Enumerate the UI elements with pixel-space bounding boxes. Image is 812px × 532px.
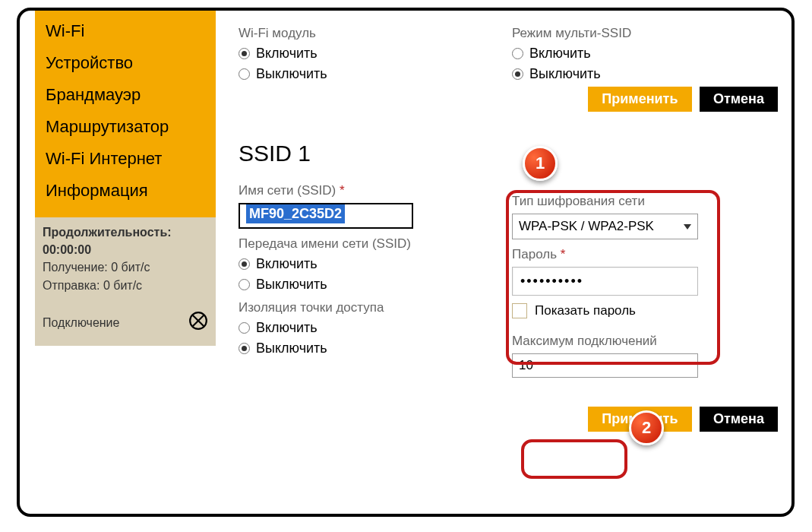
max-conn-input[interactable]: 10 — [512, 353, 698, 378]
encryption-select[interactable]: WPA-PSK / WPA2-PSK — [512, 214, 698, 239]
ssid-heading: SSID 1 — [239, 141, 778, 166]
ssid-name-label: Имя сети (SSID) * — [239, 183, 504, 198]
sidebar: Wi-Fi Устройство Брандмауэр Маршрутизато… — [35, 11, 216, 346]
step-badge-2: 2 — [629, 410, 664, 445]
tx-value: Отправка: 0 бит/с — [43, 277, 208, 294]
chevron-down-icon — [684, 224, 691, 230]
checkbox-icon — [512, 303, 527, 318]
broadcast-disable[interactable]: Выключить — [239, 277, 504, 293]
ssid-name-input[interactable]: MF90_2C35D2 — [239, 203, 413, 229]
apply-button-top[interactable]: Применить — [588, 87, 691, 112]
wifi-module-disable[interactable]: Выключить — [239, 66, 504, 82]
isolation-disable[interactable]: Выключить — [239, 340, 504, 356]
status-panel: Продолжительность: 00:00:00 Получение: 0… — [35, 217, 216, 346]
radio-icon — [239, 68, 250, 80]
connection-label: Подключение — [43, 314, 119, 331]
encryption-label: Тип шифрования сети — [512, 194, 778, 209]
radio-icon — [512, 48, 523, 59]
radio-icon — [239, 343, 250, 354]
duration-value: 00:00:00 — [43, 241, 208, 258]
isolation-label: Изоляция точки доступа — [239, 300, 504, 315]
cancel-button-top[interactable]: Отмена — [700, 87, 778, 112]
wifi-module-enable[interactable]: Включить — [239, 46, 504, 62]
show-password-toggle[interactable]: Показать пароль — [512, 303, 778, 318]
nav-item-router[interactable]: Маршрутизатор — [35, 111, 216, 143]
disconnected-icon — [188, 311, 208, 335]
step-badge-1: 1 — [523, 146, 558, 181]
wifi-module-label: Wi-Fi модуль — [239, 26, 504, 41]
duration-label: Продолжительность: — [43, 223, 208, 241]
radio-icon — [239, 279, 250, 290]
broadcast-label: Передача имени сети (SSID) — [239, 236, 504, 252]
broadcast-enable[interactable]: Включить — [239, 256, 504, 272]
multi-ssid-label: Режим мульти-SSID — [512, 26, 778, 41]
nav-menu: Wi-Fi Устройство Брандмауэр Маршрутизато… — [35, 11, 216, 217]
password-label: Пароль * — [512, 247, 778, 262]
main-content: Wi-Fi модуль Включить Выключить Режим му… — [239, 18, 778, 432]
multi-ssid-disable[interactable]: Выключить — [512, 66, 778, 82]
app-frame: Wi-Fi Устройство Брандмауэр Маршрутизато… — [17, 8, 795, 517]
cancel-button-bottom[interactable]: Отмена — [700, 407, 778, 432]
max-conn-label: Максимум подключений — [512, 334, 778, 349]
multi-ssid-enable[interactable]: Включить — [512, 46, 778, 62]
nav-item-wifi[interactable]: Wi-Fi — [35, 15, 216, 47]
radio-icon — [239, 322, 250, 334]
rx-value: Получение: 0 бит/с — [43, 258, 208, 276]
nav-item-info[interactable]: Информация — [35, 175, 216, 207]
radio-icon — [512, 68, 523, 80]
radio-icon — [239, 48, 250, 59]
password-input[interactable]: •••••••••• — [512, 267, 698, 296]
radio-icon — [239, 258, 250, 270]
nav-item-wifi-internet[interactable]: Wi-Fi Интернет — [35, 143, 216, 175]
nav-item-firewall[interactable]: Брандмауэр — [35, 79, 216, 111]
nav-item-device[interactable]: Устройство — [35, 47, 216, 79]
isolation-enable[interactable]: Включить — [239, 320, 504, 336]
